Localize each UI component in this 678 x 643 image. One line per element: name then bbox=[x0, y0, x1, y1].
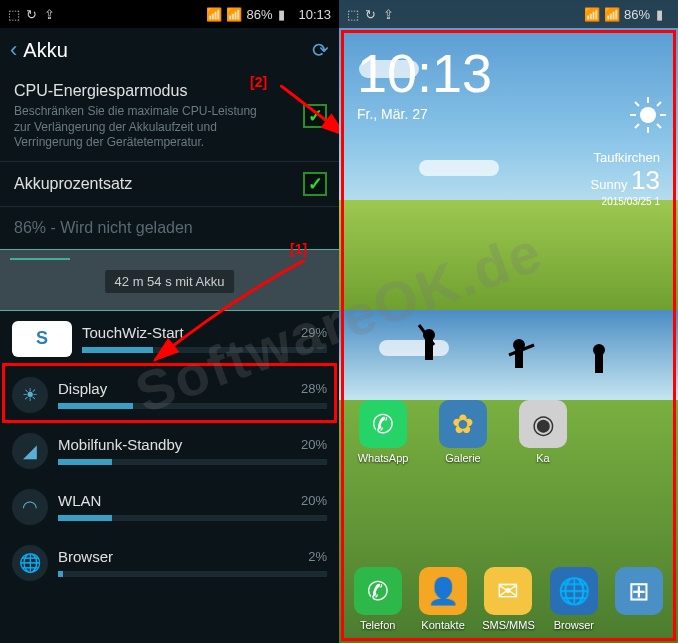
weather-date: 2015/03/25 1 bbox=[591, 196, 660, 207]
apps-grid-icon: ⊞ bbox=[615, 567, 663, 615]
app-label: Kontakte bbox=[421, 619, 464, 631]
phone-icon: ✆ bbox=[354, 567, 402, 615]
battery-usage-list: S TouchWiz-Start29% ☀ Display28% ◢ Mobil… bbox=[0, 311, 339, 591]
display-icon: ☀ bbox=[12, 377, 48, 413]
nfc-icon: ⬚ bbox=[8, 7, 22, 21]
item-name: Display bbox=[58, 380, 107, 397]
sync-icon: ↻ bbox=[26, 7, 40, 21]
chart-time-label: 42 m 54 s mit Akku bbox=[105, 270, 235, 293]
annotation-label-2: [2] bbox=[250, 74, 267, 90]
wifi-icon: ◠ bbox=[12, 489, 48, 525]
battery-chart[interactable]: 42 m 54 s mit Akku bbox=[0, 249, 339, 311]
item-pct: 20% bbox=[301, 437, 327, 452]
contacts-icon: 👤 bbox=[419, 567, 467, 615]
setting-battery-pct[interactable]: Akkuprozentsatz bbox=[0, 162, 339, 207]
app-icon: S bbox=[12, 321, 72, 357]
app-label: Telefon bbox=[360, 619, 395, 631]
charge-status: 86% - Wird nicht geladen bbox=[0, 207, 339, 249]
app-label: Browser bbox=[554, 619, 594, 631]
app-label: SMS/MMS bbox=[482, 619, 535, 631]
list-item-touchwiz[interactable]: S TouchWiz-Start29% bbox=[0, 311, 339, 367]
list-item-display[interactable]: ☀ Display28% bbox=[0, 367, 339, 423]
titlebar: ‹ Akku ⟳ bbox=[0, 28, 339, 72]
app-galerie[interactable]: ✿ Galerie bbox=[433, 400, 493, 464]
list-item-wlan[interactable]: ◠ WLAN20% bbox=[0, 479, 339, 535]
home-screen-panel: ⬚ ↻ ⇪ 📶 📶 86% ▮ 10:13 Fr., Mär. 27 Ta bbox=[339, 0, 678, 643]
item-pct: 2% bbox=[308, 549, 327, 564]
gallery-icon: ✿ bbox=[439, 400, 487, 448]
svg-point-15 bbox=[593, 344, 605, 356]
item-pct: 28% bbox=[301, 381, 327, 396]
battery-settings-panel: ⬚ ↻ ⇪ 📶 📶 86% ▮ 10:13 ‹ Akku ⟳ CPU-Energ… bbox=[0, 0, 339, 643]
app-label: Galerie bbox=[445, 452, 480, 464]
back-icon[interactable]: ‹ bbox=[10, 37, 17, 63]
svg-line-8 bbox=[657, 102, 661, 106]
item-name: WLAN bbox=[58, 492, 101, 509]
wallpaper-figures bbox=[399, 320, 638, 400]
app-camera[interactable]: ◉ Ka bbox=[513, 400, 573, 464]
battery-pct: 86% bbox=[624, 7, 650, 22]
list-item-mobile[interactable]: ◢ Mobilfunk-Standby20% bbox=[0, 423, 339, 479]
list-item-browser[interactable]: 🌐 Browser2% bbox=[0, 535, 339, 591]
weather-widget[interactable]: Taufkirchen Sunny 13 2015/03/25 1 bbox=[591, 150, 660, 207]
app-label: Ka bbox=[536, 452, 549, 464]
bar-fill bbox=[58, 459, 112, 465]
checkbox-cpu[interactable] bbox=[303, 104, 327, 128]
dock-sms[interactable]: ✉ SMS/MMS bbox=[478, 567, 538, 631]
statusbar-left: ⬚ ↻ ⇪ 📶 📶 86% ▮ 10:13 bbox=[0, 0, 339, 28]
home-app-row: ✆ WhatsApp ✿ Galerie ◉ Ka bbox=[339, 400, 587, 464]
setting-title: CPU-Energiesparmodus bbox=[14, 82, 274, 100]
svg-point-0 bbox=[640, 107, 656, 123]
signal-icon: 📶 bbox=[584, 7, 598, 21]
dock-contacts[interactable]: 👤 Kontakte bbox=[413, 567, 473, 631]
dock-browser[interactable]: 🌐 Browser bbox=[544, 567, 604, 631]
dock-apps[interactable]: ⊞ bbox=[609, 567, 669, 631]
dock: ✆ Telefon 👤 Kontakte ✉ SMS/MMS 🌐 Browser… bbox=[339, 559, 678, 639]
clock-time: 10:13 bbox=[357, 42, 660, 104]
whatsapp-icon: ✆ bbox=[359, 400, 407, 448]
message-icon: ✉ bbox=[484, 567, 532, 615]
svg-line-5 bbox=[635, 102, 639, 106]
svg-line-7 bbox=[635, 124, 639, 128]
signal-icon: 📶 bbox=[206, 7, 220, 21]
bar-fill bbox=[58, 403, 133, 409]
globe-icon: 🌐 bbox=[550, 567, 598, 615]
item-pct: 29% bbox=[301, 325, 327, 340]
page-title: Akku bbox=[23, 39, 312, 62]
annotation-label-1: [1] bbox=[290, 241, 307, 257]
app-label: WhatsApp bbox=[358, 452, 409, 464]
signal-icon-2: 📶 bbox=[604, 7, 618, 21]
refresh-icon[interactable]: ⟳ bbox=[312, 38, 329, 62]
camera-icon: ◉ bbox=[519, 400, 567, 448]
item-name: TouchWiz-Start bbox=[82, 324, 184, 341]
battery-icon: ▮ bbox=[278, 7, 292, 21]
clock-date: Fr., Mär. 27 bbox=[357, 106, 660, 122]
statusbar-right: ⬚ ↻ ⇪ 📶 📶 86% ▮ bbox=[339, 0, 678, 28]
globe-icon: 🌐 bbox=[12, 545, 48, 581]
app-whatsapp[interactable]: ✆ WhatsApp bbox=[353, 400, 413, 464]
weather-cond: Sunny bbox=[591, 177, 628, 192]
battery-pct: 86% bbox=[246, 7, 272, 22]
sun-icon bbox=[628, 95, 668, 135]
share-icon: ⇪ bbox=[383, 7, 397, 21]
item-name: Browser bbox=[58, 548, 113, 565]
weather-temp: 13 bbox=[631, 165, 660, 195]
setting-desc: Beschränken Sie die maximale CPU-Leistun… bbox=[14, 104, 274, 151]
svg-line-6 bbox=[657, 124, 661, 128]
share-icon: ⇪ bbox=[44, 7, 58, 21]
checkbox-pct[interactable] bbox=[303, 172, 327, 196]
nfc-icon: ⬚ bbox=[347, 7, 361, 21]
svg-rect-16 bbox=[595, 355, 603, 373]
sync-icon: ↻ bbox=[365, 7, 379, 21]
bar-fill bbox=[58, 571, 63, 577]
signal-icon: ◢ bbox=[12, 433, 48, 469]
bar-fill bbox=[82, 347, 153, 353]
battery-icon: ▮ bbox=[656, 7, 670, 21]
item-name: Mobilfunk-Standby bbox=[58, 436, 182, 453]
dock-phone[interactable]: ✆ Telefon bbox=[348, 567, 408, 631]
weather-place: Taufkirchen bbox=[591, 150, 660, 165]
setting-cpu-power-save[interactable]: CPU-Energiesparmodus Beschränken Sie die… bbox=[0, 72, 339, 162]
bar-fill bbox=[58, 515, 112, 521]
setting-title: Akkuprozentsatz bbox=[14, 175, 132, 193]
signal-icon-2: 📶 bbox=[226, 7, 240, 21]
